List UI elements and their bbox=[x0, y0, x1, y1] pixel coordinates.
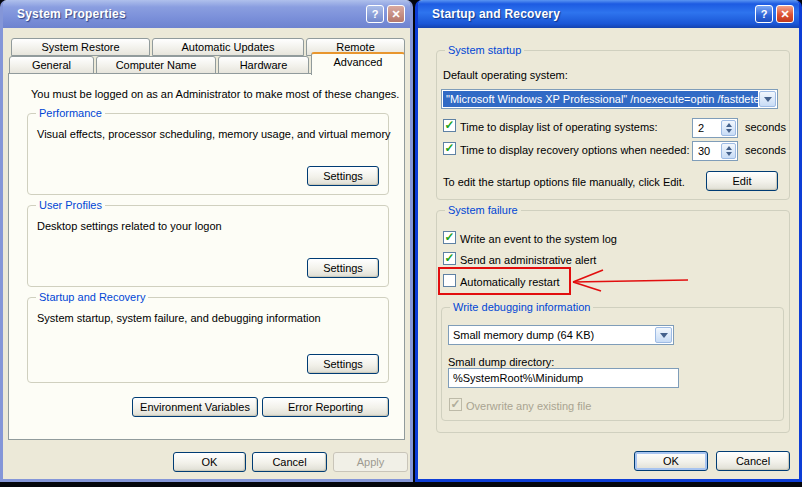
default-os-value: "Microsoft Windows XP Professional" /noe… bbox=[443, 91, 758, 107]
dump-directory-label: Small dump directory: bbox=[448, 356, 554, 368]
cancel-button[interactable]: Cancel bbox=[252, 452, 327, 472]
time-recovery-stepper[interactable]: 30 bbox=[692, 141, 738, 161]
dump-type-combobox[interactable]: Small memory dump (64 KB) bbox=[448, 325, 674, 345]
cancel-button[interactable]: Cancel bbox=[716, 451, 790, 471]
overwrite-label: Overwrite any existing file bbox=[466, 400, 591, 412]
group-description: Desktop settings related to your logon bbox=[37, 220, 222, 232]
group-caption: Write debugging information bbox=[450, 301, 593, 314]
title-bar[interactable]: System Properties ? ✕ bbox=[3, 0, 410, 28]
tab-hardware[interactable]: Hardware bbox=[218, 56, 309, 74]
edit-note: To edit the startup options file manuall… bbox=[443, 176, 685, 188]
user-profiles-group: User Profiles Desktop settings related t… bbox=[27, 205, 389, 287]
startup-recovery-group: Startup and Recovery System startup, sys… bbox=[27, 297, 389, 383]
tab-automatic-updates[interactable]: Automatic Updates bbox=[152, 38, 304, 56]
group-description: System startup, system failure, and debu… bbox=[37, 312, 321, 324]
seconds-label: seconds bbox=[745, 144, 786, 156]
time-recovery-checkbox[interactable]: ✓ bbox=[443, 142, 456, 155]
window-title: Startup and Recovery bbox=[432, 7, 752, 21]
group-description: Visual effects, processor scheduling, me… bbox=[37, 128, 391, 140]
spinner-arrows-icon[interactable] bbox=[721, 143, 736, 159]
dump-type-value: Small memory dump (64 KB) bbox=[450, 327, 654, 343]
ok-button[interactable]: OK bbox=[173, 452, 246, 472]
write-event-checkbox[interactable]: ✓ bbox=[443, 231, 456, 244]
user-profiles-settings-button[interactable]: Settings bbox=[307, 258, 379, 278]
tab-advanced[interactable]: Advanced bbox=[311, 52, 405, 75]
chevron-down-icon[interactable] bbox=[759, 91, 776, 107]
title-bar[interactable]: Startup and Recovery ? ✕ bbox=[418, 0, 799, 28]
ok-button[interactable]: OK bbox=[634, 451, 708, 471]
advanced-tab-page: You must be logged on as an Administrato… bbox=[8, 73, 405, 440]
window-title: System Properties bbox=[17, 7, 363, 21]
error-reporting-button[interactable]: Error Reporting bbox=[262, 397, 389, 417]
admin-note: You must be logged on as an Administrato… bbox=[31, 88, 399, 100]
spinner-arrows-icon[interactable] bbox=[721, 120, 736, 136]
time-list-stepper[interactable]: 2 bbox=[692, 118, 738, 138]
tab-general[interactable]: General bbox=[9, 56, 94, 74]
system-properties-dialog: System Properties ? ✕ System Restore Aut… bbox=[0, 0, 413, 482]
chevron-down-icon[interactable] bbox=[655, 327, 672, 343]
group-caption: System startup bbox=[445, 44, 524, 57]
startup-recovery-settings-button[interactable]: Settings bbox=[307, 354, 379, 374]
overwrite-checkbox: ✓ bbox=[449, 398, 462, 411]
help-icon[interactable]: ? bbox=[366, 5, 384, 23]
time-list-value: 2 bbox=[693, 119, 720, 137]
performance-settings-button[interactable]: Settings bbox=[307, 166, 379, 186]
group-caption: Performance bbox=[36, 107, 105, 120]
admin-alert-checkbox[interactable]: ✓ bbox=[443, 252, 456, 265]
annotation-highlight-box bbox=[438, 267, 571, 295]
tab-system-restore[interactable]: System Restore bbox=[11, 38, 150, 56]
write-event-label: Write an event to the system log bbox=[460, 233, 617, 245]
edit-button[interactable]: Edit bbox=[706, 171, 778, 191]
tab-computer-name[interactable]: Computer Name bbox=[96, 56, 216, 74]
time-list-label: Time to display list of operating system… bbox=[460, 121, 658, 133]
environment-variables-button[interactable]: Environment Variables bbox=[132, 397, 258, 417]
group-caption: User Profiles bbox=[36, 199, 105, 212]
time-recovery-value: 30 bbox=[693, 142, 720, 160]
dump-directory-input[interactable] bbox=[448, 368, 679, 388]
group-caption: Startup and Recovery bbox=[36, 291, 148, 304]
startup-recovery-dialog: Startup and Recovery ? ✕ System startup … bbox=[415, 0, 802, 482]
default-os-label: Default operating system: bbox=[443, 69, 568, 81]
apply-button: Apply bbox=[333, 452, 408, 472]
performance-group: Performance Visual effects, processor sc… bbox=[27, 113, 389, 195]
time-recovery-label: Time to display recovery options when ne… bbox=[460, 144, 690, 156]
default-os-combobox[interactable]: "Microsoft Windows XP Professional" /noe… bbox=[441, 89, 778, 109]
help-icon[interactable]: ? bbox=[755, 5, 773, 23]
group-caption: System failure bbox=[445, 204, 521, 217]
time-list-checkbox[interactable]: ✓ bbox=[443, 119, 456, 132]
close-icon[interactable]: ✕ bbox=[387, 5, 405, 23]
annotation-arrow bbox=[570, 264, 692, 298]
close-icon[interactable]: ✕ bbox=[776, 5, 794, 23]
seconds-label: seconds bbox=[745, 121, 786, 133]
